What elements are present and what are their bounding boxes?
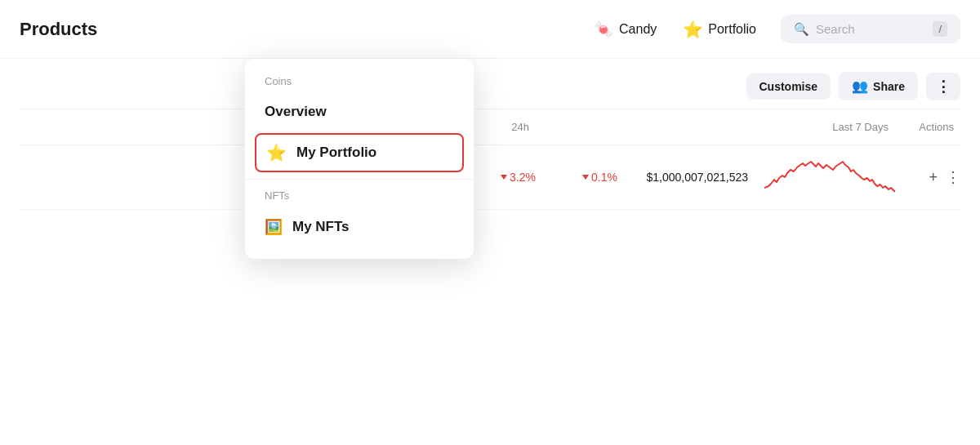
customise-button[interactable]: Customise	[746, 73, 831, 100]
td-7d: 0.1%	[536, 171, 617, 184]
down-arrow-7d-icon	[582, 175, 589, 180]
change-7d-value: 0.1%	[591, 171, 617, 184]
th-last7days: Last 7 Days	[748, 116, 895, 138]
more-options-button[interactable]: ⋮	[926, 73, 960, 100]
td-price: $1,000,007,021,523	[617, 171, 748, 184]
change-24h-value: 3.2%	[510, 171, 536, 184]
search-slash: /	[933, 21, 947, 37]
toolbar-row: Customise 👥 Share ⋮	[20, 59, 960, 109]
sparkline-chart	[764, 155, 895, 196]
down-arrow-icon	[501, 175, 507, 180]
dropdown-section-nfts: NFTs	[245, 186, 474, 208]
td-chart	[748, 155, 895, 199]
candy-icon: 🍬	[594, 20, 614, 39]
dropdown-item-my-nfts[interactable]: 🖼️ My NFTs	[245, 208, 474, 246]
table-header: 24h Last 7 Days Actions	[20, 109, 960, 145]
search-bar[interactable]: 🔍 Search /	[781, 15, 960, 43]
row-more-button[interactable]: ⋮	[946, 168, 960, 186]
share-icon: 👥	[852, 78, 868, 94]
dropdown-divider	[245, 179, 474, 180]
overview-label: Overview	[265, 104, 327, 120]
nav-portfolio[interactable]: ⭐ Portfolio	[671, 13, 768, 46]
dropdown-section-coins: Coins	[245, 72, 474, 94]
dropdown-item-my-portfolio[interactable]: ⭐ My Portfolio	[255, 133, 464, 172]
dropdown-item-overview[interactable]: Overview	[245, 94, 474, 130]
main-content: Customise 👥 Share ⋮ 24h Last 7 Days Acti…	[0, 59, 980, 210]
td-actions: + ⋮	[895, 168, 960, 186]
share-label: Share	[873, 80, 905, 93]
app-logo: Products	[20, 19, 97, 40]
my-portfolio-star-icon: ⭐	[266, 143, 287, 162]
table-row: 3.2% 0.1% $1,000,007,021,523 + ⋮	[20, 145, 960, 210]
customise-label: Customise	[760, 80, 818, 93]
navbar: Products 🍬 Candy ⭐ Portfolio 🔍 Search /	[0, 0, 980, 59]
dropdown-menu: Coins Overview ⭐ My Portfolio NFTs 🖼️ My…	[245, 59, 474, 259]
portfolio-label: Portfolio	[708, 22, 756, 37]
my-nfts-label: My NFTs	[292, 219, 350, 235]
th-price	[617, 122, 748, 132]
add-button[interactable]: +	[929, 169, 938, 186]
nav-center: 🍬 Candy ⭐ Portfolio	[582, 13, 768, 46]
search-icon: 🔍	[794, 22, 809, 37]
share-button[interactable]: 👥 Share	[839, 72, 918, 100]
th-actions: Actions	[895, 116, 960, 138]
search-placeholder: Search	[816, 22, 855, 36]
nav-candy[interactable]: 🍬 Candy	[582, 13, 668, 46]
portfolio-star-icon: ⭐	[683, 20, 703, 39]
candy-label: Candy	[619, 22, 657, 37]
my-portfolio-label: My Portfolio	[296, 145, 376, 161]
my-nfts-icon: 🖼️	[265, 218, 283, 236]
th-7d	[536, 122, 617, 132]
